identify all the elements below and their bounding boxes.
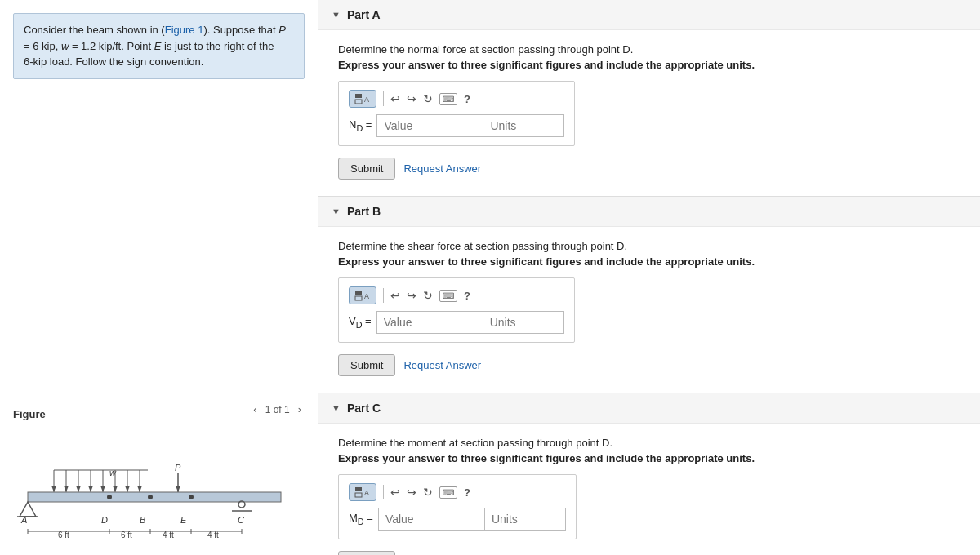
svg-text:E: E: [180, 515, 187, 525]
part-a-content: Determine the normal force at section pa…: [318, 29, 980, 196]
part-c-label: Part C: [347, 402, 381, 415]
part-b-desc-bold: Express your answer to three significant…: [338, 255, 960, 268]
part-a-units-input[interactable]: [483, 114, 564, 137]
svg-text:A: A: [364, 292, 369, 300]
part-b-refresh-icon[interactable]: ↻: [423, 289, 433, 302]
figure-link[interactable]: Figure 1: [165, 24, 204, 36]
part-a-help-icon[interactable]: ?: [464, 93, 470, 105]
part-b-actions: Submit Request Answer: [338, 354, 960, 376]
part-a-label: Part A: [347, 8, 381, 21]
problem-text: Consider the beam shown in (Figure 1). S…: [13, 13, 305, 79]
part-c-section: ▼ Part C Determine the moment at section…: [318, 393, 980, 555]
part-c-fraction-btn[interactable]: A: [349, 483, 376, 501]
part-c-redo-icon[interactable]: ↪: [407, 486, 416, 499]
svg-marker-12: [113, 486, 118, 492]
part-c-kbd-icon[interactable]: ⌨: [439, 486, 457, 499]
svg-marker-8: [88, 486, 93, 492]
part-b-section: ▼ Part B Determine the shear force at se…: [318, 197, 980, 393]
part-b-kbd-icon[interactable]: ⌨: [439, 290, 457, 302]
part-a-value-input[interactable]: [376, 114, 483, 137]
svg-text:4 ft: 4 ft: [163, 531, 174, 539]
part-b-undo-icon[interactable]: ↩: [390, 289, 400, 302]
svg-point-46: [189, 495, 194, 500]
svg-text:A: A: [20, 515, 27, 525]
part-c-refresh-icon[interactable]: ↻: [423, 486, 433, 499]
part-b-input-row: VD =: [349, 311, 564, 334]
part-a-toolbar: A ↩ ↪ ↻ ⌨ ?: [349, 90, 564, 108]
figure-prev-button[interactable]: ‹: [250, 402, 260, 417]
part-a-header[interactable]: ▼ Part A: [318, 0, 980, 29]
part-c-toolbar: A ↩ ↪ ↻ ⌨ ?: [349, 483, 566, 501]
part-b-desc: Determine the shear force at section pas…: [338, 240, 960, 252]
beam-diagram: w P: [13, 433, 305, 542]
svg-text:6 ft: 6 ft: [121, 531, 132, 539]
part-c-undo-icon[interactable]: ↩: [390, 486, 400, 499]
svg-rect-50: [355, 291, 362, 295]
part-c-input-label: MD =: [349, 512, 373, 526]
svg-text:A: A: [364, 489, 369, 497]
svg-rect-53: [355, 487, 362, 491]
part-a-input-row: ND =: [349, 114, 564, 137]
part-a-section: ▼ Part A Determine the normal force at s…: [318, 0, 980, 197]
part-b-content: Determine the shear force at section pas…: [318, 226, 980, 393]
part-c-value-input[interactable]: [378, 508, 484, 531]
part-c-chevron: ▼: [332, 403, 341, 413]
svg-rect-51: [355, 296, 362, 300]
part-c-content: Determine the moment at section passing …: [318, 423, 980, 555]
svg-marker-4: [64, 486, 69, 492]
part-a-sep: [383, 91, 384, 106]
svg-point-44: [107, 495, 112, 500]
svg-point-45: [148, 495, 153, 500]
svg-marker-16: [137, 486, 142, 492]
part-c-input-row: MD =: [349, 508, 566, 531]
part-b-label: Part B: [347, 205, 381, 218]
part-a-redo-icon[interactable]: ↪: [407, 92, 416, 105]
part-b-input-label: VD =: [349, 315, 372, 330]
svg-rect-21: [28, 492, 281, 502]
part-b-header[interactable]: ▼ Part B: [318, 197, 980, 226]
part-a-input-label: ND =: [349, 118, 372, 133]
part-c-desc-bold: Express your answer to three significant…: [338, 452, 960, 464]
part-a-chevron: ▼: [332, 10, 341, 20]
figure-next-button[interactable]: ›: [295, 402, 305, 417]
part-b-request-link[interactable]: Request Answer: [403, 359, 481, 371]
part-c-submit-button[interactable]: Submit: [338, 551, 395, 555]
left-panel: Consider the beam shown in (Figure 1). S…: [0, 0, 318, 555]
part-b-submit-button[interactable]: Submit: [338, 354, 395, 376]
svg-rect-47: [355, 94, 362, 98]
part-a-desc-bold: Express your answer to three significant…: [338, 59, 960, 71]
svg-marker-2: [51, 486, 56, 492]
right-panel: ▼ Part A Determine the normal force at s…: [318, 0, 980, 555]
part-a-submit-button[interactable]: Submit: [338, 158, 395, 180]
figure-label: Figure: [13, 402, 46, 420]
svg-text:B: B: [140, 515, 145, 525]
figure-page: 1 of 1: [265, 404, 290, 415]
part-c-header[interactable]: ▼ Part C: [318, 393, 980, 423]
svg-text:D: D: [101, 515, 108, 525]
svg-marker-10: [100, 486, 105, 492]
part-a-answer-box: A ↩ ↪ ↻ ⌨ ? ND =: [338, 81, 575, 146]
part-c-help-icon[interactable]: ?: [464, 486, 470, 499]
svg-marker-20: [176, 486, 180, 492]
part-b-answer-box: A ↩ ↪ ↻ ⌨ ? VD =: [338, 278, 575, 343]
part-b-value-input[interactable]: [376, 311, 483, 334]
part-b-redo-icon[interactable]: ↪: [407, 289, 416, 302]
part-b-chevron: ▼: [332, 206, 341, 216]
svg-text:A: A: [364, 95, 369, 104]
part-a-desc: Determine the normal force at section pa…: [338, 43, 960, 56]
svg-text:C: C: [238, 515, 244, 525]
part-b-help-icon[interactable]: ?: [464, 290, 470, 302]
part-a-refresh-icon[interactable]: ↻: [423, 92, 433, 105]
part-b-fraction-btn[interactable]: A: [349, 286, 376, 304]
part-a-fraction-btn[interactable]: A: [349, 90, 376, 108]
part-a-kbd-icon[interactable]: ⌨: [439, 93, 457, 105]
svg-text:6 ft: 6 ft: [58, 531, 69, 539]
part-c-units-input[interactable]: [484, 508, 566, 531]
svg-rect-54: [355, 493, 362, 497]
part-a-request-link[interactable]: Request Answer: [403, 162, 481, 175]
part-c-sep: [383, 485, 384, 500]
part-b-toolbar: A ↩ ↪ ↻ ⌨ ?: [349, 286, 564, 304]
part-a-undo-icon[interactable]: ↩: [390, 92, 400, 105]
part-b-units-input[interactable]: [483, 311, 564, 334]
svg-text:w: w: [109, 468, 117, 477]
